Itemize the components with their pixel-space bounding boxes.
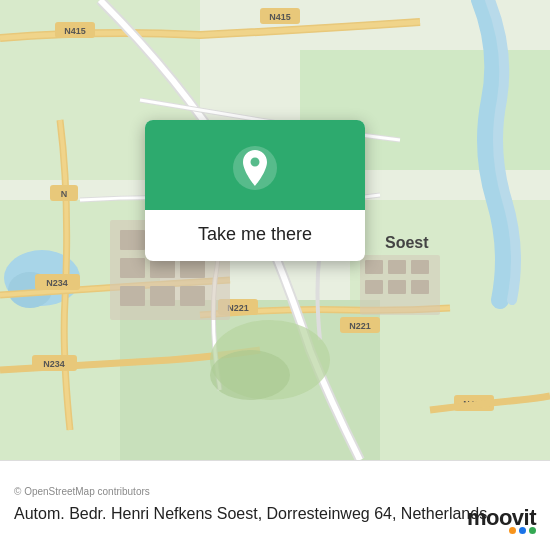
svg-rect-32 bbox=[150, 286, 175, 306]
svg-rect-28 bbox=[120, 258, 145, 278]
svg-rect-36 bbox=[365, 260, 383, 274]
dot-green bbox=[529, 527, 536, 534]
map-attribution: © OpenStreetMap contributors bbox=[14, 486, 536, 497]
svg-text:N234: N234 bbox=[46, 278, 68, 288]
moovit-dots bbox=[509, 527, 536, 534]
svg-rect-41 bbox=[411, 280, 429, 294]
svg-text:N234: N234 bbox=[43, 359, 65, 369]
svg-rect-38 bbox=[411, 260, 429, 274]
svg-rect-33 bbox=[180, 286, 205, 306]
svg-rect-30 bbox=[180, 258, 205, 278]
svg-text:N221: N221 bbox=[227, 303, 249, 313]
popup-header bbox=[145, 120, 365, 210]
take-me-there-button[interactable]: Take me there bbox=[198, 224, 312, 245]
svg-text:Soest: Soest bbox=[385, 234, 429, 251]
svg-rect-37 bbox=[388, 260, 406, 274]
map-area: N415 N415 N N234 N234 N221 N221 N413 bbox=[0, 0, 550, 460]
dot-blue bbox=[519, 527, 526, 534]
svg-rect-31 bbox=[120, 286, 145, 306]
svg-text:N221: N221 bbox=[349, 321, 371, 331]
svg-rect-40 bbox=[388, 280, 406, 294]
svg-text:N: N bbox=[61, 189, 68, 199]
svg-rect-39 bbox=[365, 280, 383, 294]
bottom-info-bar: © OpenStreetMap contributors Autom. Bedr… bbox=[0, 460, 550, 550]
location-popup: Take me there bbox=[145, 120, 365, 261]
moovit-logo: moovit bbox=[467, 505, 536, 534]
svg-point-43 bbox=[210, 350, 290, 400]
location-title: Autom. Bedr. Henri Nefkens Soest, Dorres… bbox=[14, 503, 536, 525]
svg-rect-25 bbox=[120, 230, 145, 250]
svg-rect-29 bbox=[150, 258, 175, 278]
location-pin-icon bbox=[231, 144, 279, 192]
svg-text:N415: N415 bbox=[64, 26, 86, 36]
popup-content: Take me there bbox=[145, 210, 365, 261]
svg-text:N415: N415 bbox=[269, 12, 291, 22]
dot-orange bbox=[509, 527, 516, 534]
